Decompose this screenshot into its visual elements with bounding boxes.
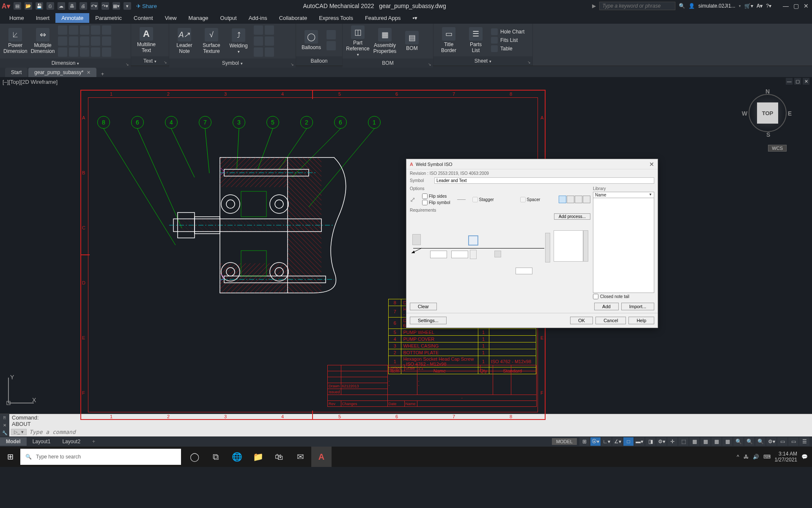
- tab-view[interactable]: View: [159, 13, 183, 23]
- leader-glyph-icon[interactable]: ⤢: [410, 196, 415, 204]
- status-gear-icon[interactable]: ⚙▾: [656, 437, 667, 446]
- cart-icon[interactable]: 🛒▾: [744, 3, 753, 9]
- help-icon[interactable]: ?▾: [766, 3, 771, 9]
- panel-title-text[interactable]: Text: [143, 58, 156, 64]
- symbol-tool-icon[interactable]: [254, 25, 263, 35]
- status-cursor-icon[interactable]: ✛: [667, 437, 678, 446]
- add-button[interactable]: Add: [594, 303, 619, 310]
- doctab-file[interactable]: gear_pump_subassy*✕: [28, 68, 96, 77]
- qat-saveas-icon[interactable]: ⎙: [47, 2, 54, 10]
- tab-extra-icon[interactable]: ▪▾: [406, 13, 423, 23]
- taskview-icon[interactable]: ⧉: [206, 447, 226, 467]
- close-icon[interactable]: ✕: [802, 3, 810, 9]
- power-dimension-button[interactable]: ⟀Power Dimension: [3, 28, 27, 54]
- dim-tool-icon[interactable]: [69, 36, 78, 46]
- balloon-item[interactable]: 6: [131, 116, 144, 129]
- status-monitor-icon[interactable]: ▭: [777, 437, 787, 446]
- symbol-tool-icon[interactable]: [265, 36, 274, 46]
- cmd-close-icon[interactable]: ✕: [3, 423, 6, 428]
- dim-tool-icon[interactable]: [58, 36, 67, 46]
- settings-button[interactable]: Settings...: [410, 317, 447, 324]
- tail-combo[interactable]: [516, 268, 532, 274]
- dim-tool-icon[interactable]: [91, 47, 100, 57]
- balloon-item[interactable]: 1: [368, 116, 381, 129]
- status-tile2-icon[interactable]: ▦: [700, 437, 710, 446]
- dim-tool-icon[interactable]: [58, 25, 67, 35]
- vp-minimize-icon[interactable]: —: [786, 78, 793, 85]
- tab-output[interactable]: Output: [214, 13, 243, 23]
- ident-icon[interactable]: [559, 196, 566, 203]
- search-icon[interactable]: 🔍: [679, 3, 685, 9]
- compass-n[interactable]: N: [765, 88, 770, 95]
- status-workspace-icon[interactable]: ⚙▾: [766, 437, 776, 446]
- tab-featuredapps[interactable]: Featured Apps: [359, 13, 407, 23]
- symbol-tool-icon[interactable]: [254, 47, 263, 57]
- infocenter-search-input[interactable]: [599, 2, 675, 10]
- tab-parametric[interactable]: Parametric: [89, 13, 128, 23]
- command-prompt-icon[interactable]: ▷_ ▾: [11, 429, 27, 435]
- assembly-props-button[interactable]: ▦Assembly Properties: [373, 28, 397, 54]
- status-tile4-icon[interactable]: ▦: [722, 437, 732, 446]
- clear-button[interactable]: Clear: [410, 303, 437, 310]
- mail-icon[interactable]: ✉: [290, 447, 310, 467]
- qat-undo-icon[interactable]: ↶▾: [91, 2, 98, 10]
- note-list[interactable]: [554, 230, 583, 262]
- dim-tool-icon[interactable]: [69, 47, 78, 57]
- compass-e[interactable]: E: [788, 110, 792, 117]
- tab-addins[interactable]: Add-ins: [243, 13, 273, 23]
- dim-tool-icon[interactable]: [80, 25, 89, 35]
- panel-title-bom[interactable]: BOM: [382, 60, 393, 66]
- tray-ime-icon[interactable]: ⌨: [763, 454, 771, 460]
- import-button[interactable]: Import...: [621, 303, 654, 310]
- panel-title-balloon[interactable]: Balloon: [310, 58, 327, 64]
- share-button[interactable]: ✈ Share: [136, 3, 157, 9]
- command-input[interactable]: [29, 429, 810, 435]
- tab-expresstools[interactable]: Express Tools: [313, 13, 359, 23]
- taskbar-search[interactable]: 🔍 Type here to search: [20, 449, 181, 465]
- qat-save-icon[interactable]: 💾: [36, 2, 43, 10]
- status-annovis-icon[interactable]: 🔍: [755, 437, 765, 446]
- req-input[interactable]: [430, 251, 447, 258]
- layouttab-2[interactable]: Layout2: [56, 437, 86, 446]
- status-polar-icon[interactable]: ∠▾: [612, 437, 623, 446]
- tray-network-icon[interactable]: 🖧: [743, 454, 749, 460]
- dim-tool-icon[interactable]: [80, 36, 89, 46]
- qat-redo-icon[interactable]: ↷▾: [102, 2, 109, 10]
- ident-icon[interactable]: [567, 196, 574, 203]
- compass-s[interactable]: S: [766, 131, 770, 138]
- leader-note-button[interactable]: A↗Leader Note: [173, 28, 196, 54]
- library-name-header[interactable]: Name▼: [593, 192, 654, 198]
- balloon-item[interactable]: 7: [199, 116, 211, 129]
- autocad-taskbar-icon[interactable]: A: [311, 447, 332, 467]
- store-icon[interactable]: 🛍: [269, 447, 289, 467]
- balloon-item[interactable]: 6: [334, 116, 347, 129]
- multiline-text-button[interactable]: AMultiline Text: [134, 27, 158, 53]
- edge-icon[interactable]: 🌐: [227, 447, 247, 467]
- qat-more-icon[interactable]: ▾: [123, 2, 131, 10]
- tab-home[interactable]: Home: [3, 13, 30, 23]
- cortana-icon[interactable]: ◯: [184, 447, 205, 467]
- closed-note-checkbox[interactable]: Closed note tail: [593, 294, 654, 299]
- qat-layers-icon[interactable]: ▦▾: [112, 2, 120, 10]
- cmd-customize-icon[interactable]: 🔧: [2, 431, 7, 435]
- balloon-item[interactable]: 8: [97, 116, 110, 129]
- qat-print-icon[interactable]: 🖨: [80, 2, 87, 10]
- doctab-add-icon[interactable]: +: [97, 71, 107, 77]
- viewport-controls[interactable]: [–][Top][2D Wireframe]: [3, 79, 58, 85]
- bom-button[interactable]: ▤BOM: [400, 31, 424, 51]
- ident-icon[interactable]: [575, 196, 582, 203]
- dim-tool-icon[interactable]: [69, 25, 78, 35]
- status-clean-icon[interactable]: ▭: [788, 437, 798, 446]
- qat-new-icon[interactable]: ▤: [14, 2, 21, 10]
- minimize-icon[interactable]: —: [782, 3, 790, 9]
- table-button[interactable]: Table: [491, 45, 524, 52]
- ident-icon[interactable]: [583, 196, 590, 203]
- panel-launcher-icon[interactable]: ↘: [164, 58, 167, 67]
- status-grid-icon[interactable]: ⊞: [579, 437, 590, 446]
- compass-w[interactable]: W: [742, 110, 747, 117]
- part-reference-button[interactable]: ◫Part Reference▾: [346, 25, 370, 57]
- weld-symbol-picker[interactable]: [470, 250, 477, 259]
- symbol-tool-icon[interactable]: [265, 47, 274, 57]
- note-scrollbar[interactable]: [583, 230, 588, 262]
- maximize-icon[interactable]: ▢: [792, 3, 800, 9]
